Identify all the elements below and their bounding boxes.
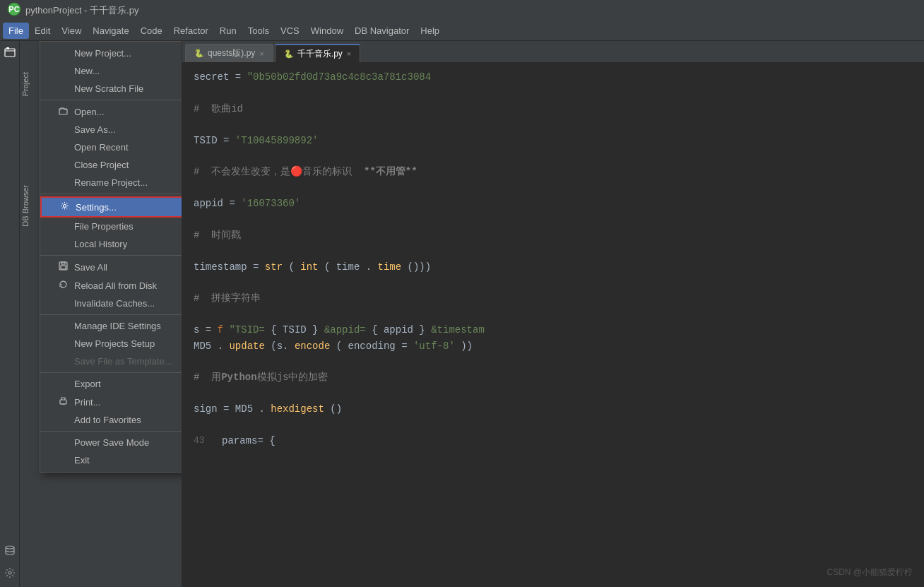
code-line-blank-11 — [194, 417, 913, 433]
code-line-s: s = f "TSID= { TSID } &appid= { appid } … — [194, 322, 913, 338]
divider-3 — [40, 255, 182, 256]
menu-item-invalidate-caches[interactable]: Invalidate Caches... — [40, 295, 182, 312]
code-line-1: secret = "0b50b02fd0d73a9c4c8c3a781c3084 — [194, 69, 913, 85]
code-line-sign: sign = MD5 . hexdigest () — [194, 401, 913, 417]
tab-requests[interactable]: 🐍 quests版).py × — [185, 44, 273, 62]
print-icon — [57, 396, 69, 408]
menu-bar: File Edit View Navigate Code Refactor Ru… — [0, 21, 924, 41]
code-line-comment-4: # 拼接字符串 — [194, 290, 913, 306]
menu-item-reload-all[interactable]: Reload All from Disk Ctrl+Alt+Y — [40, 276, 182, 295]
db-browser-label: DB Browser — [20, 182, 31, 230]
menu-item-print[interactable]: Print... — [40, 393, 182, 411]
code-line-timestamp: timestamp = str ( int ( time . time ())) — [194, 259, 913, 275]
code-line-blank-5 — [194, 212, 913, 227]
svg-point-5 — [8, 571, 11, 574]
code-line-blank-8 — [194, 307, 913, 322]
code-line-comment-3: # 时间戳 — [194, 227, 913, 243]
menu-item-local-history[interactable]: Local History ▶ — [40, 235, 182, 253]
menu-item-save-all[interactable]: Save All Ctrl+S — [40, 258, 182, 276]
menu-item-open-recent[interactable]: Open Recent ▶ — [40, 138, 182, 156]
code-line-blank-9 — [194, 354, 913, 369]
menu-item-file-properties[interactable]: File Properties ▶ — [40, 218, 182, 235]
menu-item-settings[interactable]: Settings... Ctrl+Alt+S — [40, 196, 182, 218]
code-line-params: 43 params = { — [194, 433, 913, 449]
menu-window[interactable]: Window — [305, 23, 349, 39]
menu-item-save-as[interactable]: Save As... — [40, 121, 182, 138]
code-content[interactable]: secret = "0b50b02fd0d73a9c4c8c3a781c3084… — [182, 62, 924, 587]
project-panel-label: Project — [20, 69, 31, 99]
menu-refactor[interactable]: Refactor — [168, 23, 214, 39]
window-title: pythonProject - 千千音乐.py — [25, 4, 138, 17]
divider-1 — [40, 100, 182, 100]
tab-requests-icon: 🐍 — [194, 49, 204, 58]
tab-music-icon: 🐍 — [284, 49, 294, 59]
tab-bar: 🐍 quests版).py × 🐍 千千音乐.py × — [182, 41, 924, 62]
menu-help[interactable]: Help — [415, 23, 445, 39]
settings-icon — [59, 201, 70, 213]
code-line-tsid: TSID = 'T10045899892' — [194, 133, 913, 148]
menu-item-new[interactable]: New... Alt+Insert — [40, 62, 182, 80]
divider-5 — [40, 372, 182, 373]
divider-2 — [40, 194, 182, 194]
title-bar: PC pythonProject - 千千音乐.py — [0, 0, 924, 21]
menu-navigate[interactable]: Navigate — [87, 23, 134, 39]
open-icon — [57, 106, 69, 117]
menu-item-open[interactable]: Open... — [40, 102, 182, 121]
divider-6 — [40, 431, 182, 432]
menu-item-manage-ide[interactable]: Manage IDE Settings ▶ — [40, 317, 182, 335]
app-logo: PC — [7, 2, 21, 19]
menu-item-new-scratch[interactable]: New Scratch File Ctrl+Alt+Shift+Insert — [40, 80, 182, 97]
tab-music[interactable]: 🐍 千千音乐.py × — [275, 44, 360, 62]
menu-item-exit[interactable]: Exit — [40, 451, 182, 469]
file-dropdown-menu: New Project... New... Alt+Insert New Scr… — [40, 41, 182, 473]
tab-requests-close[interactable]: × — [259, 49, 263, 58]
svg-rect-11 — [60, 400, 66, 404]
code-area: 🐍 quests版).py × 🐍 千千音乐.py × secret = "0b… — [182, 41, 924, 587]
code-line-blank-4 — [194, 180, 913, 196]
menu-run[interactable]: Run — [214, 23, 242, 39]
svg-point-4 — [6, 546, 14, 549]
code-line-blank-6 — [194, 243, 913, 259]
svg-text:PC: PC — [8, 5, 19, 13]
code-line-blank-10 — [194, 386, 913, 401]
svg-rect-2 — [5, 49, 15, 57]
menu-dbnavigator[interactable]: DB Navigator — [349, 23, 415, 39]
sidebar-icons — [0, 41, 20, 587]
code-line-blank-3 — [194, 148, 913, 164]
reload-icon — [57, 280, 69, 291]
svg-rect-9 — [61, 262, 65, 264]
code-line-md5: MD5 . update (s. encode ( encoding = 'ut… — [194, 338, 913, 354]
code-line-blank-2 — [194, 117, 913, 132]
menu-tools[interactable]: Tools — [242, 23, 275, 39]
menu-item-export[interactable]: Export ▶ — [40, 375, 182, 393]
svg-point-7 — [63, 205, 66, 208]
svg-rect-3 — [6, 47, 9, 49]
menu-file[interactable]: File — [3, 23, 29, 39]
tab-music-close[interactable]: × — [347, 49, 351, 58]
project-panel: Project DB Browser New Project... New...… — [20, 41, 182, 587]
sidebar-icon-settings[interactable] — [1, 564, 18, 581]
menu-item-save-template: Save File as Template... — [40, 352, 182, 370]
menu-vcs[interactable]: VCS — [275, 23, 305, 39]
menu-code[interactable]: Code — [135, 23, 168, 39]
menu-item-close-project[interactable]: Close Project — [40, 156, 182, 174]
sidebar-icon-db-browser[interactable] — [1, 542, 18, 559]
menu-item-new-project[interactable]: New Project... — [40, 45, 182, 62]
svg-rect-10 — [61, 266, 66, 269]
code-line-comment-2: # 不会发生改变，是🔴音乐的标识 **不用管** — [194, 164, 913, 179]
menu-item-add-favorites[interactable]: Add to Favorites ▶ — [40, 411, 182, 429]
divider-4 — [40, 314, 182, 315]
save-all-icon — [57, 261, 69, 273]
menu-view[interactable]: View — [56, 23, 87, 39]
menu-edit[interactable]: Edit — [29, 23, 56, 39]
code-line-blank-7 — [194, 275, 913, 290]
menu-item-rename-project[interactable]: Rename Project... — [40, 174, 182, 191]
menu-item-new-projects-setup[interactable]: New Projects Setup ▶ — [40, 335, 182, 352]
sidebar-icon-project[interactable] — [1, 44, 18, 61]
main-layout: Project DB Browser New Project... New...… — [0, 41, 924, 587]
code-line-comment-1: # 歌曲id — [194, 101, 913, 117]
watermark: CSDN @小能猫爱柠柠 — [827, 567, 913, 579]
code-line-comment-5: # 用Python模拟js中的加密 — [194, 369, 913, 385]
menu-item-power-save[interactable]: Power Save Mode — [40, 434, 182, 451]
code-line-appid: appid = '16073360' — [194, 196, 913, 211]
